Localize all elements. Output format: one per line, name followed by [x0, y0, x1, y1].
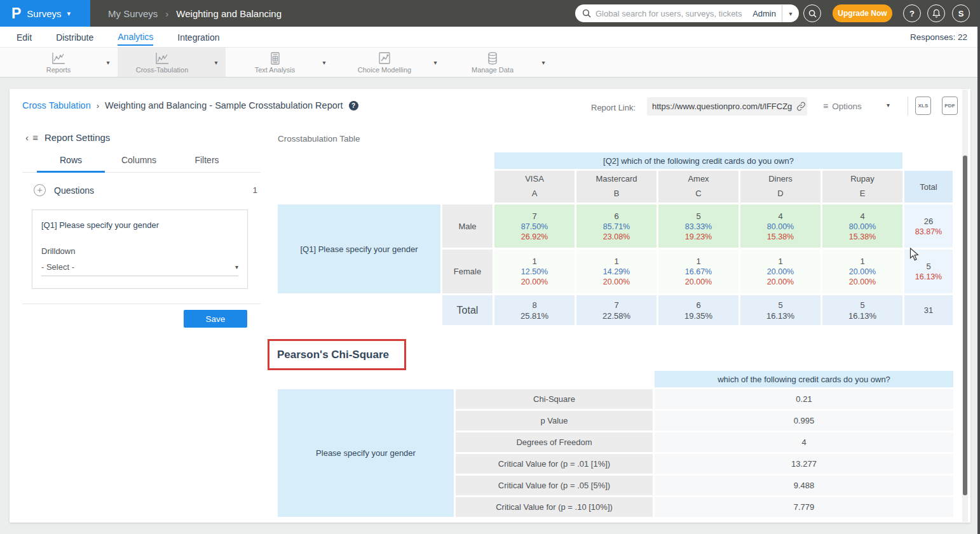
crosstab-table: [Q2] which of the following credit cards… [278, 152, 953, 325]
cell-male-total: 2683.87% [904, 204, 953, 248]
tab-manage-data[interactable]: Manage Data [451, 48, 534, 77]
window-edge [977, 0, 980, 534]
cell-male-visa: 787.50%26.92% [494, 204, 575, 248]
divider [22, 304, 261, 304]
tab-choice-modelling[interactable]: Choice Modelling [343, 48, 426, 77]
chi-square-heading: Pearson's Chi-Square [277, 349, 389, 361]
question-mark-icon: ? [909, 9, 915, 18]
search-icon [582, 9, 591, 18]
cell-female-visa: 112.50%20.00% [494, 250, 575, 293]
questions-count: 1 [252, 185, 257, 195]
crosstab-column-question: [Q2] which of the following credit cards… [494, 152, 902, 169]
breadcrumb-my-surveys[interactable]: My Surveys [108, 8, 158, 19]
chi-square-table: which of the following credit cards do y… [278, 371, 953, 517]
search-button[interactable] [803, 4, 821, 22]
chi-label-degrees-of-freedom: Degrees of Freedom [456, 432, 653, 452]
cross-tabulation-link[interactable]: Cross Tabulation [22, 100, 91, 110]
tab-cross-tabulation[interactable]: Cross-Tabulation [118, 48, 207, 77]
upgrade-now-button[interactable]: Upgrade Now [833, 4, 892, 22]
list-icon: ≡ [823, 101, 828, 111]
bell-icon [932, 9, 941, 18]
collapse-panel-icon[interactable]: ‹ ≡ [25, 132, 39, 143]
menu-analytics[interactable]: Analytics [118, 28, 153, 46]
report-link-box[interactable]: https://www.questionpro.com/t/lFFCZg [647, 97, 807, 116]
chevron-right-icon: › [165, 8, 168, 19]
drilldown-value: - Select - [41, 262, 235, 272]
search-scope[interactable]: Admin [747, 9, 782, 18]
scatter-chart-icon [377, 51, 392, 65]
search-scope-caret[interactable]: ▾ [782, 10, 799, 17]
report-breadcrumb: Cross Tabulation › Weighting and Balanci… [22, 100, 358, 110]
crosstab-section-title: Crosstabulation Table [278, 134, 360, 144]
chi-square-highlight-box: Pearson's Chi-Square [268, 339, 406, 370]
avatar[interactable]: S [952, 4, 970, 22]
options-button[interactable]: ≡ Options [823, 101, 862, 111]
report-settings-title: Report Settings [44, 132, 110, 143]
chi-value-critical-5pct: 9.488 [655, 476, 953, 495]
question-card[interactable]: [Q1] Please specify your gender Drilldow… [32, 210, 248, 289]
cell-total-mastercard: 722.58% [576, 295, 657, 325]
help-icon[interactable]: ? [349, 101, 358, 110]
menu-integration[interactable]: Integration [177, 29, 219, 45]
save-button[interactable]: Save [184, 310, 247, 328]
export-xls-icon[interactable]: XLS [915, 97, 931, 115]
cell-male-diners: 480.00%15.38% [740, 204, 820, 248]
notifications-button[interactable] [927, 4, 945, 22]
menu-distribute[interactable]: Distribute [56, 29, 93, 45]
topbar: P Surveys ▾ My Surveys › Weighting and B… [0, 0, 980, 27]
cell-total-amex: 619.35% [658, 295, 738, 325]
report-title: Weighting and Balancing - Sample Crossta… [105, 100, 343, 110]
chi-column-header: which of the following credit cards do y… [655, 371, 953, 387]
chi-value-chi-square: 0.21 [655, 389, 953, 409]
content-panel: Cross Tabulation › Weighting and Balanci… [10, 89, 970, 523]
chi-label-critical-1pct: Critical Value for (p = .01 [1%]) [456, 454, 653, 474]
menu-edit[interactable]: Edit [17, 29, 32, 45]
divider [908, 97, 908, 116]
cross-tabulation-caret[interactable]: ▾ [207, 48, 226, 77]
toolbar-group-cross-tabulation: Cross-Tabulation ▾ [118, 48, 226, 77]
cell-female-amex: 116.67%20.00% [658, 250, 738, 293]
options-caret[interactable]: ▾ [887, 102, 890, 109]
column-header-diners: DinersD [740, 171, 820, 203]
add-question-button[interactable]: + [34, 184, 46, 196]
manage-data-caret[interactable]: ▾ [534, 48, 553, 77]
choice-modelling-caret[interactable]: ▾ [426, 48, 445, 77]
scrollbar-thumb[interactable] [963, 156, 967, 495]
search-input[interactable] [595, 9, 747, 18]
chi-label-critical-10pct: Critical Value for (p = .10 [10%]) [456, 497, 653, 517]
tab-rows[interactable]: Rows [37, 155, 105, 173]
cell-female-total: 516.13% [904, 250, 953, 293]
export-pdf-icon[interactable]: PDF [942, 97, 958, 115]
link-icon [796, 102, 806, 111]
chi-label-critical-5pct: Critical Value for (p = .05 [5%]) [456, 476, 653, 495]
tab-reports[interactable]: Reports [18, 48, 99, 77]
toolbar-group-text-analysis: Text Analysis ▾ [235, 48, 334, 77]
text-analysis-caret[interactable]: ▾ [315, 48, 334, 77]
cell-female-rupay: 120.00%20.00% [822, 250, 902, 293]
tab-filters[interactable]: Filters [173, 155, 241, 172]
column-header-amex: AmexC [658, 171, 738, 203]
questions-row: + Questions 1 [34, 184, 257, 196]
tab-columns[interactable]: Columns [105, 155, 173, 172]
questions-label: Questions [54, 185, 94, 196]
row-label-female: Female [442, 250, 493, 293]
cell-male-mastercard: 685.71%23.08% [576, 204, 657, 248]
crosstab-row-question: [Q1] Please specify your gender [278, 204, 440, 293]
drilldown-select[interactable]: - Select - ▾ [41, 262, 238, 276]
reports-caret[interactable]: ▾ [99, 48, 118, 77]
help-button[interactable]: ? [903, 4, 921, 22]
report-link-url[interactable]: https://www.questionpro.com/t/lFFCZg [652, 102, 792, 111]
chi-label-chi-square: Chi-Square [456, 389, 653, 409]
cell-grand-total: 31 [904, 295, 953, 325]
tab-text-analysis[interactable]: Text Analysis [235, 48, 315, 77]
chevron-down-icon: ▾ [67, 10, 71, 18]
row-label-total: Total [442, 295, 493, 325]
chi-value-critical-10pct: 7.779 [655, 497, 953, 517]
product-switcher[interactable]: P Surveys ▾ [0, 0, 90, 27]
report-settings-header: ‹ ≡ Report Settings [25, 132, 110, 143]
cell-female-mastercard: 114.29%20.00% [576, 250, 657, 293]
global-search[interactable]: Admin ▾ [575, 4, 799, 22]
column-header-rupay: RupayE [822, 171, 902, 203]
search-icon [808, 10, 817, 18]
chi-row-header: Please specify your gender [278, 389, 454, 517]
